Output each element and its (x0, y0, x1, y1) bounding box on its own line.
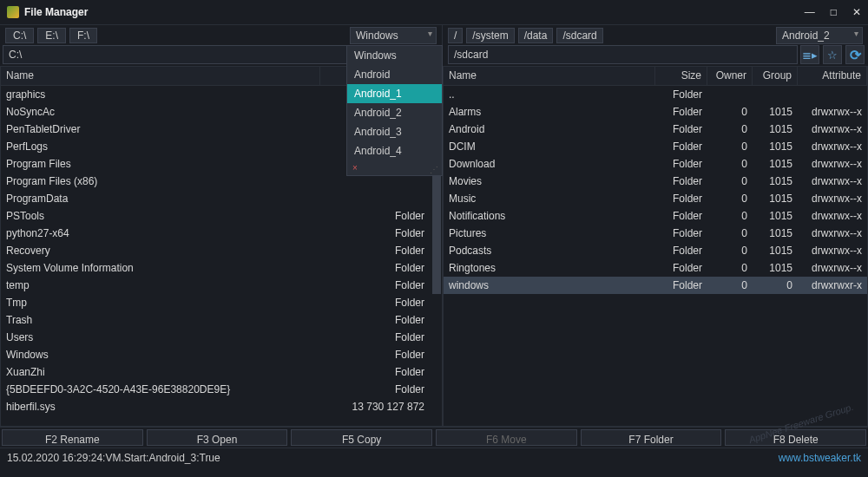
dropdown-close-icon[interactable]: × (347, 160, 442, 175)
table-row[interactable]: UsersFolder (1, 329, 442, 346)
path-segment[interactable]: /sdcard (556, 28, 602, 43)
table-row[interactable]: DCIMFolder01015drwxrwx--x (444, 138, 867, 155)
dropdown-item[interactable]: Android (347, 65, 442, 84)
fn-button[interactable]: F2 Rename (2, 429, 143, 446)
table-row[interactable]: ProgramData (1, 190, 442, 207)
close-button[interactable]: ✕ (852, 6, 861, 18)
table-row[interactable]: hiberfil.sys13 730 127 872 (1, 398, 442, 415)
cell-size: Folder (315, 262, 437, 274)
cell-name: {5BDEEFD0-3A2C-4520-A43E-96E38820DE9E} (6, 383, 315, 395)
fn-button[interactable]: F7 Folder (581, 429, 722, 446)
cell-name: Program Files (6, 158, 315, 170)
dropdown-item[interactable]: Windows (347, 46, 442, 65)
cell-attr: drwxrwx--x (792, 140, 862, 153)
cell-group: 1015 (747, 210, 792, 222)
table-row[interactable]: DownloadFolder01015drwxrwx--x (444, 155, 867, 173)
cell-name: Notifications (449, 210, 650, 222)
cell-owner: 0 (702, 227, 747, 239)
table-row[interactable]: System Volume InformationFolder (1, 259, 442, 277)
table-row[interactable]: TrashFolder (1, 311, 442, 329)
table-row[interactable]: windowsFolder00drwxrwxr-x (444, 277, 867, 294)
status-link[interactable]: www.bstweaker.tk (779, 452, 861, 463)
col-name[interactable]: Name (444, 67, 655, 85)
cell-size: Folder (650, 245, 702, 257)
cell-name: Movies (449, 175, 650, 187)
function-bar: F2 RenameF3 OpenF5 CopyF6 MoveF7 FolderF… (0, 427, 868, 448)
col-group[interactable]: Group (753, 67, 798, 85)
table-row[interactable]: WindowsFolder (1, 346, 442, 363)
table-row[interactable]: AlarmsFolder01015drwxrwx--x (444, 103, 867, 121)
drive-button[interactable]: F:\ (69, 28, 97, 43)
refresh-icon[interactable]: ⟳ (845, 45, 865, 64)
table-row[interactable]: {5BDEEFD0-3A2C-4520-A43E-96E38820DE9E}Fo… (1, 381, 442, 398)
table-row[interactable]: ..Folder (444, 86, 867, 103)
cell-size: Folder (650, 158, 702, 170)
dropdown-item[interactable]: Android_1 (347, 84, 442, 103)
maximize-button[interactable]: □ (831, 6, 837, 18)
cell-size: Folder (650, 279, 702, 291)
table-row[interactable]: PSToolsFolder (1, 207, 442, 225)
path-segment[interactable]: / (448, 28, 463, 43)
cell-attr: drwxrwx--x (792, 227, 862, 239)
path-segments: //system/data/sdcard (448, 28, 603, 43)
cell-attr: drwxrwx--x (792, 262, 862, 274)
table-row[interactable]: python27-x64Folder (1, 225, 442, 242)
os-dropdown[interactable]: WindowsAndroidAndroid_1Android_2Android_… (346, 45, 443, 176)
cell-group: 1015 (747, 140, 792, 153)
dropdown-item[interactable]: Android_2 (347, 103, 442, 122)
cell-attr: drwxrwxr-x (792, 279, 862, 291)
table-row[interactable]: RecoveryFolder (1, 242, 442, 259)
bookmark-icon[interactable]: ☆ (823, 45, 842, 64)
table-row[interactable]: MoviesFolder01015drwxrwx--x (444, 173, 867, 190)
fn-button: F6 Move (436, 429, 577, 446)
cell-name: Ringtones (449, 262, 650, 274)
fn-button[interactable]: F3 Open (147, 429, 288, 446)
cell-attr: drwxrwx--x (792, 158, 862, 170)
cell-owner: 0 (702, 279, 747, 291)
right-os-combo[interactable]: Android_2 (776, 27, 863, 44)
table-row[interactable]: TmpFolder (1, 294, 442, 311)
cell-size: Folder (650, 140, 702, 153)
cell-name: XuanZhi (6, 366, 315, 378)
cell-name: Pictures (449, 227, 650, 239)
status-text: 15.02.2020 16:29:24:VM.Start:Android_3:T… (7, 452, 220, 463)
fn-button[interactable]: F5 Copy (291, 429, 432, 446)
fn-button[interactable]: F8 Delete (725, 429, 866, 446)
path-segment[interactable]: /data (518, 28, 554, 43)
drive-button[interactable]: E:\ (37, 28, 66, 43)
app-logo-icon (7, 6, 19, 18)
col-name[interactable]: Name (1, 67, 320, 85)
cell-size: Folder (315, 331, 437, 343)
dropdown-item[interactable]: Android_4 (347, 141, 442, 160)
cell-size: Folder (315, 227, 437, 239)
table-row[interactable]: AndroidFolder01015drwxrwx--x (444, 121, 867, 138)
right-pane: Name Size Owner Group Attribute ..Folder… (443, 66, 868, 427)
table-row[interactable]: PodcastsFolder01015drwxrwx--x (444, 242, 867, 259)
table-row[interactable]: NotificationsFolder01015drwxrwx--x (444, 207, 867, 225)
left-os-combo[interactable]: Windows (350, 27, 437, 44)
table-row[interactable]: XuanZhiFolder (1, 363, 442, 381)
top-toolbar: C:\E:\F:\ Windows //system/data/sdcard A… (0, 24, 868, 45)
right-file-list: ..FolderAlarmsFolder01015drwxrwx--xAndro… (444, 86, 867, 426)
right-path-input[interactable]: /sdcard (448, 45, 798, 64)
sort-icon[interactable]: ≣▸ (800, 45, 819, 64)
table-row[interactable]: MusicFolder01015drwxrwx--x (444, 190, 867, 207)
window-title: File Manager (24, 6, 805, 18)
cell-owner: 0 (702, 262, 747, 274)
col-size[interactable]: Size (655, 67, 707, 85)
cell-size: Folder (315, 297, 437, 309)
cell-name: Tmp (6, 297, 315, 309)
minimize-button[interactable]: — (805, 6, 815, 18)
col-attribute[interactable]: Attribute (798, 67, 867, 85)
cell-name: .. (449, 88, 650, 101)
col-owner[interactable]: Owner (707, 67, 753, 85)
table-row[interactable]: RingtonesFolder01015drwxrwx--x (444, 259, 867, 277)
dropdown-item[interactable]: Android_3 (347, 122, 442, 141)
path-segment[interactable]: /system (466, 28, 514, 43)
cell-group: 1015 (747, 193, 792, 205)
drive-button[interactable]: C:\ (5, 28, 34, 43)
cell-name: PerfLogs (6, 140, 315, 153)
table-row[interactable]: PicturesFolder01015drwxrwx--x (444, 225, 867, 242)
cell-name: graphics (6, 88, 315, 101)
table-row[interactable]: tempFolder (1, 277, 442, 294)
